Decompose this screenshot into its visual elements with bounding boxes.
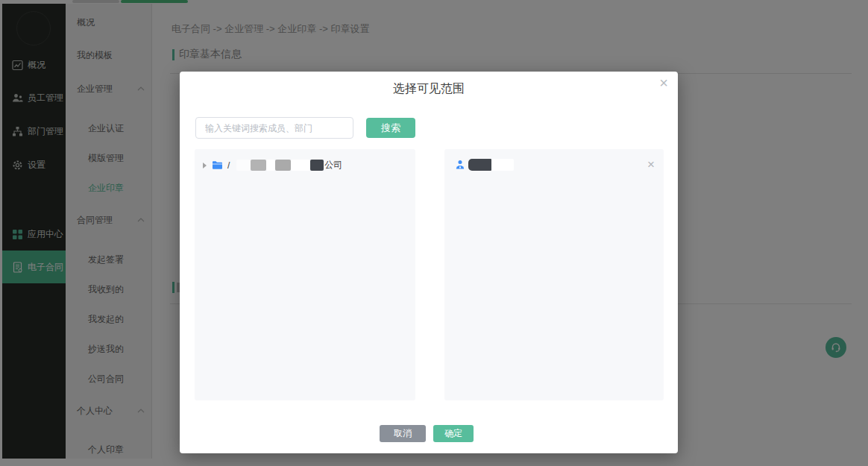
close-icon[interactable]: × [659,75,668,90]
person-icon [455,160,465,170]
redacted-text [468,159,491,171]
selected-member-row: × [444,149,664,171]
selected-members-panel: × [444,149,664,400]
redacted-text [275,160,291,171]
redacted-text [251,160,266,171]
search-input[interactable] [195,117,353,139]
visibility-scope-modal: 选择可见范围 × 搜索 / 公司 [180,72,678,453]
tree-item-text: / [227,160,230,171]
redacted-text [236,160,251,171]
remove-icon[interactable]: × [647,158,655,171]
search-button[interactable]: 搜索 [366,118,415,138]
expand-arrow-icon[interactable] [203,163,207,169]
confirm-button[interactable]: 确定 [433,425,474,442]
redacted-text [310,160,324,171]
redacted-text [291,160,310,171]
page: 概况 员工管理 部门管理 设置 应用中心 [0,0,868,466]
redacted-text [491,159,514,171]
modal-title: 选择可见范围 [180,81,678,97]
redacted-text [266,160,275,171]
tree-item-company[interactable]: / 公司 [195,149,415,171]
org-tree-panel: / 公司 [195,149,415,400]
cancel-button[interactable]: 取消 [380,425,426,442]
tree-item-text: 公司 [324,159,342,171]
folder-icon [212,160,223,170]
